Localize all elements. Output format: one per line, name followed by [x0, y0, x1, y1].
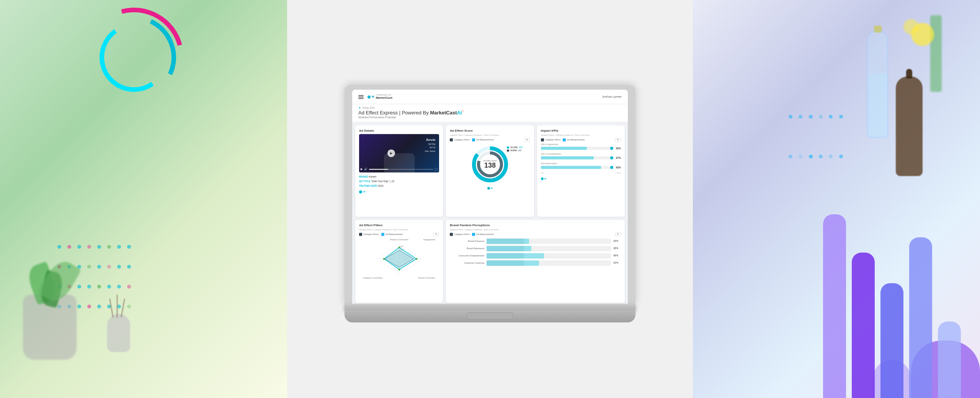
- dot: [97, 285, 101, 289]
- brand-percent-centricity: 42%: [613, 262, 621, 264]
- fullscreen-icon[interactable]: ⛶: [435, 168, 438, 171]
- mc-bottom-text: M: [491, 187, 493, 189]
- axis-end: 50%: [617, 172, 621, 175]
- svg-point-13: [398, 269, 400, 271]
- donut-chart-container: SCORE 113 NORM 115: [450, 144, 530, 186]
- video-player[interactable]: Kerwin Spring Jul in Our Soles ▶ ▶ 🔊: [359, 134, 439, 173]
- pillars-ad-text: Ad Measurement: [385, 233, 403, 235]
- dot: [117, 245, 121, 249]
- pillars-filter-text: Applied Filters: Category Audience: Tota…: [359, 228, 439, 231]
- dot: [107, 265, 111, 269]
- video-overlay-text: Kerwin Spring Jul in Our Soles: [425, 138, 436, 154]
- legend-category-norm-text: Category Norm: [454, 139, 470, 141]
- dot: [789, 115, 792, 119]
- impact-dropdown[interactable]: ▼: [615, 138, 621, 142]
- page-main-title: Ad Effect Express | Powered By MarketCas…: [358, 109, 622, 115]
- laptop-screen: M POWERED BY MarketCast Joshua Lyman: [352, 90, 628, 304]
- kpi-bar-impression: 32%: [541, 147, 621, 150]
- pillars-legend-dot-dark: [359, 233, 362, 236]
- svg-point-12: [415, 258, 417, 260]
- testing-date-label: TESTING DATE: [359, 184, 377, 187]
- brand-filter-bar: Category Norm Ad Measurement ▼: [450, 232, 621, 236]
- dot: [819, 115, 823, 119]
- dot: [839, 155, 843, 158]
- legend-ad-measurement: Ad Measurement: [472, 139, 494, 142]
- brand-teal-fill-relevance: [487, 246, 531, 251]
- bg-right-panel: [693, 0, 980, 398]
- hamburger-menu[interactable]: [358, 95, 364, 99]
- laptop-screen-outer: M POWERED BY MarketCast Joshua Lyman: [345, 85, 635, 304]
- kpi-dot-consideration: [610, 157, 613, 160]
- brand-ad-text: Ad Measurement: [476, 233, 494, 235]
- brand-label-empowerment: Consumer Empowerment: [450, 254, 484, 257]
- brand-legend-dot-dark: [450, 233, 453, 236]
- dot: [87, 305, 91, 308]
- brand-row: BRAND Kerwin: [359, 175, 439, 179]
- deco-bar-2: [852, 253, 875, 398]
- video-progress-bar[interactable]: [369, 169, 433, 170]
- brand-dropdown[interactable]: ▼: [615, 232, 621, 236]
- radar-label-product: Product Connection: [390, 238, 408, 241]
- brand-track-presence: [487, 238, 611, 244]
- play-button[interactable]: ▶: [387, 150, 395, 157]
- legend-ad-measurement-text: Ad Measurement: [476, 139, 494, 141]
- brand-value-text: Kerwin: [369, 176, 376, 178]
- norm-key: NORM: [510, 150, 517, 152]
- ad-title-label: AD TITLE: [359, 180, 370, 183]
- axis-start: 0%: [541, 172, 544, 175]
- kpi-fill-purchase: [541, 166, 601, 169]
- norm-label-row: NORM 115: [507, 150, 523, 152]
- brand-teal-fill-presence: [487, 238, 529, 244]
- brand-fandom-title: Brand Fandom Perceptions: [450, 223, 621, 227]
- logo-m-text: M: [372, 95, 374, 98]
- legend-dot-dark: [450, 139, 453, 142]
- radar-label-category: Category Connection: [363, 277, 383, 279]
- radar-chart-svg: 120 140: [372, 240, 426, 278]
- dot: [829, 155, 833, 158]
- dot: [97, 245, 101, 249]
- score-dot-teal: [507, 147, 509, 149]
- brand-track-centricity: [487, 260, 611, 266]
- speaker-icon[interactable]: 🔊: [364, 168, 368, 171]
- testing-date-row: TESTING DATE 2024: [359, 184, 439, 188]
- decorative-circles: [77, 8, 191, 122]
- laptop-base: [345, 304, 635, 311]
- dot: [87, 285, 91, 289]
- pillars-filter-bar: Category Norm Ad Measurement ▼: [359, 232, 439, 236]
- donut-center-score: 138: [483, 162, 497, 169]
- score-num: 113: [519, 147, 522, 149]
- pillars-dropdown[interactable]: ▼: [433, 232, 439, 236]
- pillars-norm-text: Category Norm: [363, 233, 379, 235]
- ad-effect-score-card: Ad Effect Score Applied Filters: Categor…: [446, 126, 534, 217]
- ai-label: AI: [457, 110, 462, 116]
- kpi-percent-impression: 32%: [614, 147, 621, 150]
- dot: [97, 265, 101, 269]
- impact-mc-icon: [541, 178, 544, 180]
- filter-dropdown[interactable]: ▼: [524, 138, 530, 142]
- deco-bar-1: [823, 214, 846, 398]
- kpi-percent-consideration: 37%: [614, 157, 621, 159]
- kpi-bar-consideration: 37%: [541, 157, 621, 160]
- bg-left-panel: [0, 0, 287, 398]
- play-icon[interactable]: ▶: [361, 168, 363, 171]
- page-title-area: ▼ Deep Dive Ad Effect Express | Powered …: [352, 104, 628, 122]
- svg-point-14: [383, 258, 385, 260]
- user-name: Joshua Lyman: [602, 95, 622, 98]
- brand-bar-row-centricity: Customer Centricity 42%: [450, 260, 621, 266]
- pillars-legend-dot-blue: [381, 233, 384, 236]
- kpi-bar-purchase: 42%: [541, 166, 621, 169]
- arrow-icon: ▼: [358, 106, 361, 109]
- score-dot-dark: [507, 150, 509, 152]
- dot: [107, 245, 111, 249]
- impact-mc-text: M: [544, 178, 546, 180]
- hamburger-line: [358, 95, 364, 96]
- dot: [87, 265, 91, 269]
- brand-teal-fill-empowerment: [487, 253, 544, 258]
- dot: [789, 155, 792, 158]
- kpi-label-impression: Lift to Impression: [541, 144, 621, 146]
- dot: [799, 155, 802, 158]
- dot: [127, 245, 131, 249]
- brand-teal-fill-centricity: [487, 260, 539, 266]
- kpi-axis: 0% 50%: [541, 172, 621, 175]
- impact-mc-logo: M: [541, 178, 621, 180]
